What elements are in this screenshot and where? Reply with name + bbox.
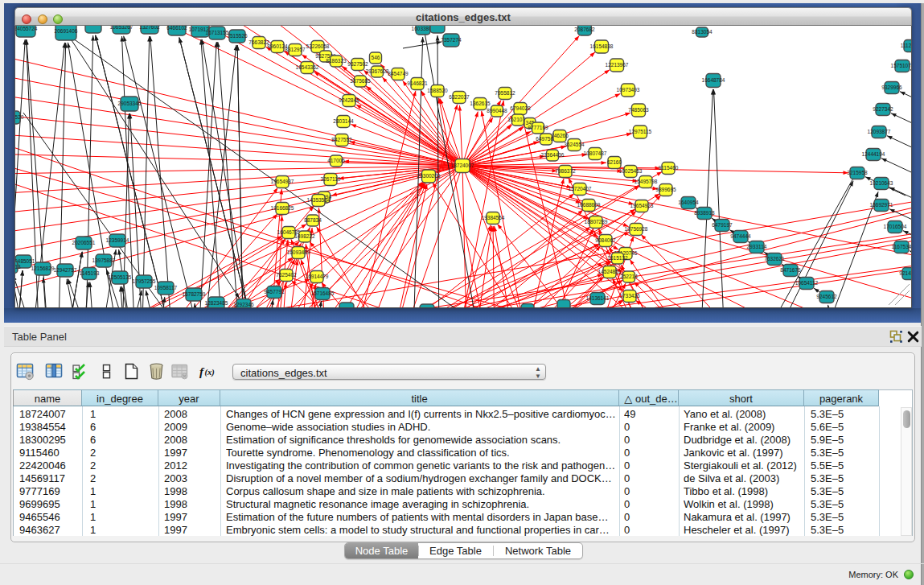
svg-text:17016504: 17016504: [884, 224, 907, 229]
svg-text:10958117: 10958117: [154, 285, 178, 290]
svg-text:12975115: 12975115: [629, 129, 652, 134]
svg-text:9457791: 9457791: [264, 289, 285, 295]
svg-text:7632621: 7632621: [764, 256, 785, 262]
svg-text:19654923: 19654923: [630, 203, 654, 208]
svg-text:14353584: 14353584: [307, 197, 331, 203]
svg-text:3624554: 3624554: [564, 142, 585, 147]
svg-text:3875685: 3875685: [350, 78, 371, 84]
svg-text:3215958: 3215958: [847, 170, 868, 175]
svg-text:10654112: 10654112: [795, 280, 819, 286]
svg-text:7663822: 7663822: [248, 39, 269, 45]
svg-text:8990448: 8990448: [487, 108, 507, 113]
svg-text:1292346: 1292346: [233, 302, 254, 307]
svg-text:2087682: 2087682: [574, 27, 595, 32]
svg-text:6322037: 6322037: [449, 94, 470, 100]
svg-text:19166825: 19166825: [271, 205, 294, 211]
svg-text:8312957: 8312957: [285, 47, 306, 52]
svg-text:39485051: 39485051: [15, 258, 35, 264]
svg-text:26066520: 26066520: [15, 114, 24, 120]
svg-text:(x): (x): [205, 368, 215, 377]
svg-text:9329966: 9329966: [881, 84, 902, 90]
svg-text:16093489: 16093489: [287, 249, 310, 255]
svg-text:8454749: 8454749: [388, 71, 409, 76]
svg-text:10688609: 10688609: [577, 202, 601, 208]
svg-text:3915413: 3915413: [15, 264, 21, 270]
svg-text:2803144: 2803144: [333, 118, 354, 124]
svg-text:6466102: 6466102: [166, 26, 187, 31]
svg-text:18807289: 18807289: [585, 219, 608, 225]
svg-text:15751074: 15751074: [891, 63, 912, 68]
svg-text:19654937: 19654937: [271, 179, 294, 184]
svg-text:62160: 62160: [607, 159, 622, 165]
svg-text:7357274: 7357274: [441, 37, 462, 43]
svg-text:10807487: 10807487: [584, 150, 607, 156]
svg-text:9214502: 9214502: [899, 270, 912, 276]
svg-text:9227342: 9227342: [873, 106, 893, 112]
svg-text:9899695: 9899695: [655, 187, 676, 192]
svg-text:10973493: 10973493: [617, 87, 640, 93]
svg-text:15692971: 15692971: [870, 202, 893, 208]
svg-text:252214: 252214: [620, 274, 638, 279]
svg-text:887834: 887834: [304, 217, 322, 223]
svg-text:10756928: 10756928: [625, 226, 648, 232]
svg-text:8938918: 8938918: [694, 210, 715, 216]
svg-text:25300203: 25300203: [417, 173, 441, 179]
svg-text:8471676: 8471676: [780, 267, 801, 273]
svg-text:6479197: 6479197: [712, 222, 733, 228]
svg-text:14524851: 14524851: [598, 269, 622, 274]
svg-text:15495798: 15495798: [634, 179, 658, 184]
svg-text:19384554: 19384554: [482, 215, 505, 220]
svg-text:7485063: 7485063: [628, 107, 649, 113]
svg-text:12444194: 12444194: [862, 151, 885, 157]
svg-text:16154838: 16154838: [590, 43, 614, 49]
svg-text:8427552: 8427552: [331, 137, 352, 142]
svg-text:9245612: 9245612: [816, 294, 837, 299]
svg-text:546: 546: [372, 55, 380, 60]
svg-text:16782759: 16782759: [183, 291, 206, 297]
svg-text:12505135: 12505135: [109, 274, 132, 280]
svg-text:16648784: 16648784: [702, 77, 725, 83]
svg-text:17957255: 17957255: [133, 278, 156, 284]
svg-text:15716485: 15716485: [311, 290, 335, 296]
svg-text:3267110: 3267110: [321, 176, 341, 182]
svg-text:12093877: 12093877: [868, 129, 891, 134]
svg-text:1733426: 1733426: [619, 293, 640, 299]
svg-text:9327502: 9327502: [347, 61, 368, 67]
svg-text:8813054: 8813054: [692, 29, 713, 35]
svg-text:1498222: 1498222: [294, 233, 315, 239]
svg-text:7955812: 7955812: [495, 90, 515, 96]
svg-text:12156829: 12156829: [31, 266, 55, 271]
svg-text:2933114: 2933114: [747, 244, 767, 249]
svg-text:24055724: 24055724: [15, 26, 38, 31]
svg-text:7625402: 7625402: [276, 272, 297, 278]
svg-text:12213967: 12213967: [606, 62, 629, 68]
svg-text:1588520: 1588520: [427, 88, 448, 93]
svg-text:746266: 746266: [551, 133, 569, 138]
svg-text:1362615: 1362615: [470, 101, 491, 106]
svg-text:14136141: 14136141: [586, 295, 610, 301]
svg-text:9084067: 9084067: [595, 237, 616, 243]
svg-text:21364436: 21364436: [541, 152, 565, 158]
svg-text:1292348: 1292348: [417, 307, 437, 308]
svg-text:9777169: 9777169: [528, 125, 548, 130]
svg-text:1327602: 1327602: [139, 26, 160, 30]
svg-text:13975887: 13975887: [92, 257, 116, 263]
svg-text:9115460: 9115460: [659, 165, 679, 171]
svg-text:10210643: 10210643: [870, 180, 893, 186]
svg-text:7986372: 7986372: [555, 168, 576, 174]
svg-text:7515526: 7515526: [227, 33, 248, 39]
svg-text:1167534: 1167534: [892, 244, 912, 249]
svg-text:20691406: 20691406: [55, 28, 78, 34]
svg-text:53226058: 53226058: [306, 43, 330, 49]
svg-text:12823485: 12823485: [205, 300, 228, 306]
svg-text:8186323: 8186323: [326, 58, 347, 64]
svg-text:16713155: 16713155: [206, 30, 229, 35]
svg-text:12942757: 12942757: [54, 267, 77, 273]
svg-text:10025453: 10025453: [619, 168, 643, 174]
svg-text:20206551: 20206551: [72, 240, 96, 245]
svg-text:29053346: 29053346: [118, 101, 142, 106]
svg-text:9146821: 9146821: [407, 80, 428, 86]
svg-text:15720407: 15720407: [569, 186, 592, 192]
svg-text:6794028: 6794028: [510, 105, 531, 111]
svg-text:29367608: 29367608: [366, 68, 389, 74]
